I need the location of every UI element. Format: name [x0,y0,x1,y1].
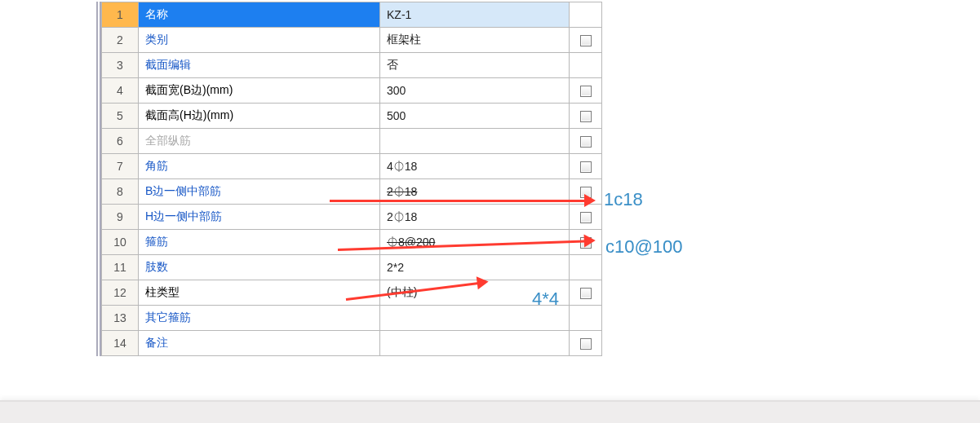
row-value[interactable]: 500 [380,104,570,129]
row-flag-cell [570,129,602,154]
row-label: 全部纵筋 [139,129,380,154]
row-index: 8 [102,179,139,205]
row-index: 4 [102,78,139,104]
table-row[interactable]: 7角筋4⏀18 [102,154,602,179]
checkbox-icon[interactable] [580,136,592,148]
row-flag-cell [570,154,602,179]
row-index: 7 [102,154,139,179]
row-index: 5 [102,104,139,129]
checkbox-icon[interactable] [580,86,592,97]
checkbox-icon[interactable] [580,288,592,299]
row-flag-cell [570,53,602,78]
checkbox-icon[interactable] [580,338,592,350]
row-flag-cell [570,104,602,129]
row-index: 14 [102,331,139,356]
table-row[interactable]: 13其它箍筋 [102,306,602,331]
row-label: 备注 [139,331,380,356]
row-flag-cell [570,230,602,255]
row-value[interactable]: (中柱) [380,280,570,306]
table-row[interactable]: 9H边一侧中部筋2⏀18 [102,205,602,230]
row-label: B边一侧中部筋 [139,179,380,205]
checkbox-icon[interactable] [580,161,592,173]
row-label: 截面高(H边)(mm) [139,104,380,129]
row-index: 10 [102,230,139,255]
row-flag-cell [570,255,602,280]
row-value[interactable] [380,331,570,356]
row-value[interactable]: 4⏀18 [380,154,570,179]
table-row[interactable]: 5截面高(H边)(mm)500 [102,104,602,129]
table-row[interactable]: 11肢数2*2 [102,255,602,280]
row-label: 肢数 [139,255,380,280]
table-row[interactable]: 10箍筋⏀8@200 [102,230,602,255]
row-index: 6 [102,129,139,154]
row-label: 名称 [139,2,380,28]
table-row[interactable]: 6全部纵筋 [102,129,602,154]
row-flag-cell [570,28,602,53]
table-row[interactable]: 1名称KZ-1 [102,2,602,28]
row-index: 11 [102,255,139,280]
row-value[interactable]: 否 [380,53,570,78]
checkbox-icon[interactable] [580,187,592,198]
row-flag-cell [570,2,602,28]
row-label: 截面编辑 [139,53,380,78]
row-value[interactable]: 300 [380,78,570,104]
table-row[interactable]: 12柱类型(中柱) [102,280,602,306]
row-index: 3 [102,53,139,78]
row-value[interactable]: KZ-1 [380,2,570,28]
row-label: 截面宽(B边)(mm) [139,78,380,104]
row-index: 13 [102,306,139,331]
row-label: 角筋 [139,154,380,179]
row-label: 其它箍筋 [139,306,380,331]
row-flag-cell [570,280,602,306]
row-value[interactable]: ⏀8@200 [380,230,570,255]
row-value[interactable]: 框架柱 [380,28,570,53]
annotation-text: 1c18 [604,189,643,210]
checkbox-icon[interactable] [580,111,592,122]
row-value[interactable]: 2⏀18 [380,205,570,230]
row-label: 箍筋 [139,230,380,255]
table-row[interactable]: 8B边一侧中部筋2⏀18 [102,179,602,205]
row-flag-cell [570,179,602,205]
table-row[interactable]: 14备注 [102,331,602,356]
row-flag-cell [570,78,602,104]
checkbox-icon[interactable] [580,212,592,223]
status-bar [0,400,980,423]
row-value[interactable]: 2⏀18 [380,179,570,205]
table-row[interactable]: 3截面编辑否 [102,53,602,78]
property-table: 1名称KZ-12类别框架柱3截面编辑否4截面宽(B边)(mm)3005截面高(H… [101,2,602,356]
row-flag-cell [570,205,602,230]
row-label: 柱类型 [139,280,380,306]
row-index: 9 [102,205,139,230]
property-panel: 1名称KZ-12类别框架柱3截面编辑否4截面宽(B边)(mm)3005截面高(H… [96,2,602,356]
row-index: 1 [102,2,139,28]
row-flag-cell [570,306,602,331]
row-label: 类别 [139,28,380,53]
row-index: 2 [102,28,139,53]
annotation-text: c10@100 [605,236,683,258]
row-flag-cell [570,331,602,356]
row-index: 12 [102,280,139,306]
row-label: H边一侧中部筋 [139,205,380,230]
row-value[interactable]: 2*2 [380,255,570,280]
checkbox-icon[interactable] [580,237,592,249]
row-value[interactable] [380,306,570,331]
checkbox-icon[interactable] [580,35,592,46]
table-row[interactable]: 4截面宽(B边)(mm)300 [102,78,602,104]
table-row[interactable]: 2类别框架柱 [102,28,602,53]
row-value[interactable] [380,129,570,154]
